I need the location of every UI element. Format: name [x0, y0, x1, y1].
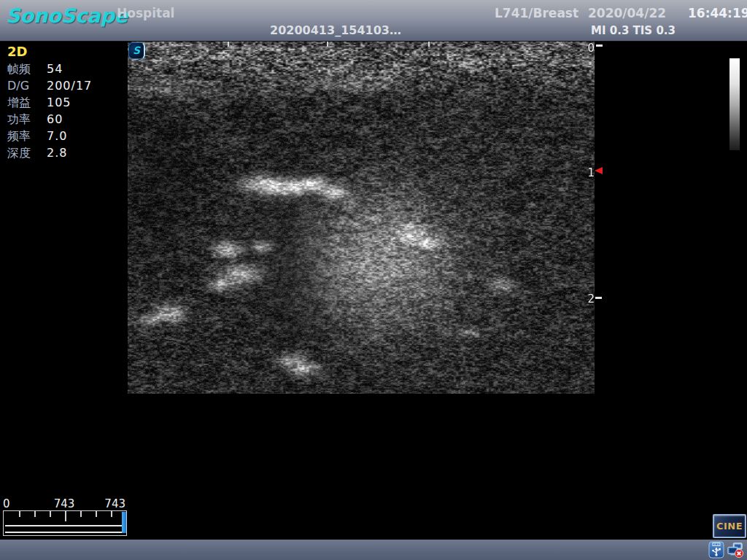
param-row-gain: 增益 105 [7, 96, 124, 112]
depth-tick-0 [596, 44, 603, 47]
param-row-framerate: 帧频 54 [7, 62, 124, 79]
sonoscape-logo: SonoScape [6, 4, 128, 27]
focus-marker-icon[interactable] [595, 167, 603, 174]
param-value: 7.0 [47, 129, 67, 143]
param-label: 帧频 [7, 62, 31, 77]
network-disconnected-icon [727, 541, 743, 559]
exam-id: 20200413_154103… [259, 23, 412, 37]
ultrasound-image [128, 42, 595, 394]
probe-preset: L741/Breast [495, 6, 578, 20]
param-row-power: 功率 60 [7, 112, 124, 129]
cine-button[interactable]: CINE [713, 514, 746, 538]
param-value: 105 [47, 96, 71, 109]
probe-orientation-marker: S [128, 42, 145, 59]
param-label: 频率 [7, 129, 31, 144]
cine-current-label: 743 [44, 497, 85, 510]
mode-label: 2D [7, 44, 27, 59]
acoustic-indices: MI 0.3 TIS 0.3 [589, 24, 677, 37]
param-value: 2.8 [47, 146, 67, 160]
param-label: 增益 [7, 96, 31, 111]
param-value: 54 [47, 62, 63, 76]
param-row-dg: D/G 200/17 [7, 79, 124, 96]
system-date: 2020/04/22 [588, 6, 666, 20]
ultrasound-machine-screen: SonoScape Hospital L741/Breast 2020/04/2… [0, 0, 747, 560]
param-value: 60 [47, 112, 63, 126]
width-ruler-tick [428, 42, 430, 47]
cine-scrubber-labels: 0 743 743 [0, 497, 131, 510]
width-ruler-tick [228, 42, 229, 47]
usb-icon [708, 541, 724, 559]
width-ruler-tick [327, 42, 328, 47]
param-label: 功率 [7, 112, 31, 128]
cine-position-marker[interactable] [122, 512, 126, 533]
param-label: D/G [7, 79, 29, 93]
cine-total-label: 743 [101, 497, 125, 510]
title-bar: SonoScape Hospital L741/Breast 2020/04/2… [0, 0, 747, 42]
param-row-frequency: 频率 7.0 [7, 129, 124, 146]
cine-progress-track [5, 525, 125, 533]
depth-tick-2 [595, 297, 602, 299]
param-value: 200/17 [47, 79, 92, 93]
cine-scrubber-track[interactable] [3, 510, 127, 536]
depth-label-0: 0 [583, 42, 595, 55]
grayscale-map-bar [729, 58, 740, 150]
depth-label-1: 1 [583, 166, 595, 179]
status-bar [0, 540, 747, 560]
depth-label-2: 2 [583, 292, 595, 306]
param-label: 深度 [7, 146, 31, 161]
system-time: 16:44:19 [688, 6, 747, 20]
hospital-name: Hospital [117, 6, 174, 20]
cine-start-label: 0 [3, 497, 10, 510]
param-row-depth: 深度 2.8 [7, 146, 124, 163]
